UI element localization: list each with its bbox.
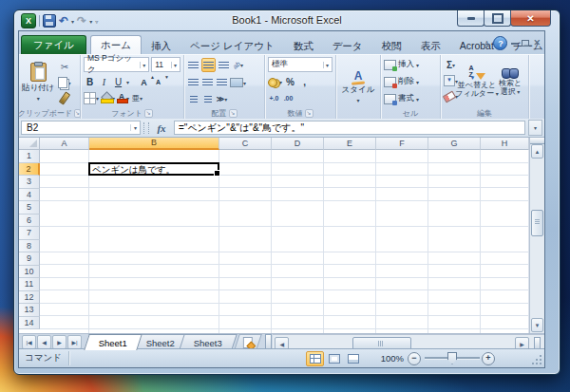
alignment-dialog-launcher[interactable]: ↘ (229, 109, 238, 118)
selected-cell-B2[interactable]: ペンギンは鳥です。 (88, 162, 219, 177)
tab-review[interactable]: 校閲 (372, 37, 411, 54)
column-header-E[interactable]: E (324, 138, 376, 150)
row-header-8[interactable]: 8 (19, 240, 40, 253)
font-color-button[interactable]: A▾ (117, 92, 129, 104)
wrap-text-button[interactable]: ≫▾ (216, 93, 228, 105)
previous-sheet-icon[interactable]: ◀ (37, 335, 51, 349)
font-size-select[interactable]: 11▾ (151, 57, 180, 72)
tab-home[interactable]: ホーム (90, 35, 142, 54)
close-button[interactable]: ✕ (510, 10, 551, 27)
percent-button[interactable]: % (284, 76, 296, 88)
column-header-A[interactable]: A (40, 138, 89, 150)
paste-button[interactable]: 貼り付け ▾ (22, 57, 54, 106)
row-header-5[interactable]: 5 (19, 201, 40, 215)
decrease-indent-button[interactable] (187, 93, 200, 105)
row-header-12[interactable]: 12 (19, 291, 40, 305)
help-icon[interactable]: ? (493, 36, 507, 50)
column-header-G[interactable]: G (428, 138, 481, 150)
format-cells-button[interactable]: 書式▾ (384, 93, 437, 104)
row-header-6[interactable]: 6 (19, 215, 40, 228)
cell-styles-button[interactable]: A スタイル ▾ (339, 57, 377, 117)
phonetic-button[interactable]: 亜▾ (131, 92, 143, 104)
excel-app-icon[interactable]: X (21, 13, 36, 28)
scroll-up-icon[interactable]: ▲ (531, 144, 543, 159)
last-sheet-icon[interactable]: ▶| (67, 335, 82, 349)
merge-center-button[interactable]: ▾ (230, 77, 246, 89)
select-all-corner[interactable] (19, 138, 40, 150)
collapse-ribbon-icon[interactable]: ∧ (484, 40, 490, 47)
zoom-in-button[interactable]: + (482, 352, 495, 365)
first-sheet-icon[interactable]: |◀ (22, 335, 36, 349)
tab-data[interactable]: データ (323, 37, 372, 54)
maximize-button[interactable] (484, 10, 511, 27)
worksheet-grid[interactable]: ABCDEFGH1234567891011121314ペンギンは鳥です。 (19, 138, 529, 333)
name-box-dropdown-icon[interactable]: ▾ (130, 124, 140, 131)
align-top-button[interactable] (187, 59, 200, 71)
normal-view-button[interactable] (306, 351, 324, 366)
formula-input[interactable]: ="ペンギン"&"は"&"鳥です。" (174, 121, 525, 135)
zoom-level[interactable]: 100% (381, 353, 404, 364)
currency-button[interactable]: ▾ (268, 76, 282, 88)
page-break-view-button[interactable] (344, 351, 362, 366)
undo-dropdown-icon[interactable]: ▾ (71, 18, 74, 25)
tab-insert[interactable]: 挿入 (142, 37, 180, 54)
align-center-button[interactable] (201, 77, 214, 89)
next-sheet-icon[interactable]: ▶ (52, 335, 66, 349)
borders-button[interactable]: ▾ (84, 92, 99, 104)
align-left-button[interactable] (187, 77, 200, 89)
styles-dropdown-icon[interactable]: ▾ (356, 97, 359, 103)
tab-view[interactable]: 表示 (411, 37, 450, 54)
vertical-scroll-thumb[interactable] (531, 210, 543, 236)
find-select-button[interactable]: 検索と選択 ▾ (496, 57, 524, 106)
italic-button[interactable]: I (98, 76, 110, 88)
undo-icon[interactable]: ↶ (59, 15, 68, 27)
row-header-10[interactable]: 10 (19, 266, 40, 279)
save-icon[interactable] (43, 14, 56, 28)
increase-indent-button[interactable] (201, 93, 214, 105)
column-header-B[interactable]: B (89, 138, 219, 150)
row-header-3[interactable]: 3 (19, 176, 40, 189)
file-tab[interactable]: ファイル (21, 35, 86, 54)
tab-formulas[interactable]: 数式 (284, 37, 323, 54)
qat-customize-icon[interactable]: ▿ (95, 18, 98, 25)
fill-color-button[interactable]: ▾ (101, 92, 115, 104)
page-layout-view-button[interactable] (325, 351, 343, 366)
column-header-H[interactable]: H (481, 138, 529, 150)
workbook-minimize-icon[interactable] (511, 43, 518, 45)
cut-button[interactable]: ✂ (58, 61, 70, 73)
increase-decimal-button[interactable]: +.0 (268, 92, 280, 104)
number-dialog-launcher[interactable]: ↘ (305, 109, 314, 118)
row-header-13[interactable]: 13 (19, 304, 40, 317)
zoom-out-button[interactable]: − (408, 352, 421, 365)
align-bottom-button[interactable] (218, 59, 230, 71)
orientation-button[interactable]: ab▾ (232, 59, 244, 71)
row-header-11[interactable]: 11 (19, 278, 40, 291)
decrease-decimal-button[interactable]: .00 (282, 92, 294, 104)
title-bar[interactable]: X ↶▾ ↷▾ ▿ Book1 - Microsoft Excel ✕ (14, 10, 560, 30)
sort-filter-button[interactable]: AZ▼ 並べ替えとフィルター ▾ (461, 57, 493, 106)
zoom-slider-thumb[interactable] (447, 352, 457, 364)
vertical-split-handle[interactable] (530, 138, 544, 144)
font-dialog-launcher[interactable]: ↘ (144, 109, 153, 118)
row-header-1[interactable]: 1 (19, 150, 40, 163)
workbook-restore-icon[interactable] (522, 40, 529, 47)
workbook-close-icon[interactable]: ✕ (533, 39, 541, 47)
resize-grip[interactable] (532, 355, 542, 365)
column-header-F[interactable]: F (376, 138, 428, 150)
row-header-14[interactable]: 14 (19, 317, 40, 330)
number-format-select[interactable]: 標準▾ (268, 57, 332, 72)
comma-button[interactable]: , (298, 76, 311, 88)
row-header-4[interactable]: 4 (19, 189, 40, 202)
column-header-C[interactable]: C (219, 138, 272, 150)
vertical-scrollbar[interactable]: ▲ ▼ (529, 138, 544, 333)
insert-cells-button[interactable]: 挿入▾ (384, 59, 437, 70)
grow-font-button[interactable]: A▲ (138, 76, 150, 88)
underline-button[interactable]: U (112, 76, 124, 88)
fill-handle[interactable] (214, 170, 220, 177)
cell-area[interactable] (40, 150, 529, 333)
row-header-9[interactable]: 9 (19, 252, 40, 266)
column-header-D[interactable]: D (272, 138, 324, 150)
redo-icon[interactable]: ↷ (77, 15, 86, 27)
formula-bar-expand-icon[interactable]: ▾ (528, 120, 542, 136)
copy-button[interactable]: ▾ (58, 77, 70, 89)
